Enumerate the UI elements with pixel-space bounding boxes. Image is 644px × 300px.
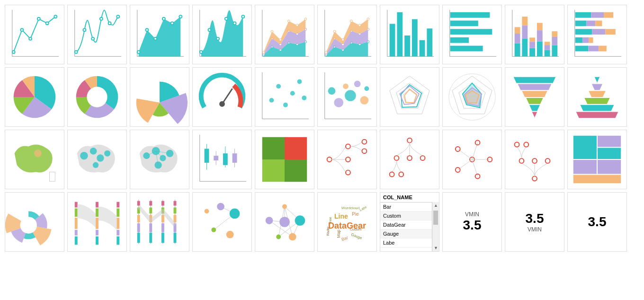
map-china-icon[interactable] xyxy=(5,130,64,189)
svg-point-69 xyxy=(350,20,352,22)
pyramid-chart-icon[interactable] xyxy=(567,67,627,127)
svg-rect-91 xyxy=(515,27,520,34)
svg-rect-110 xyxy=(591,12,604,18)
svg-point-14 xyxy=(108,22,111,25)
svg-rect-236 xyxy=(75,208,78,217)
area-stacked-smooth-icon[interactable] xyxy=(317,5,377,64)
svg-rect-230 xyxy=(598,136,621,147)
svg-point-228 xyxy=(524,142,528,147)
tree-radial-icon[interactable] xyxy=(442,130,502,189)
table-row[interactable]: Bar xyxy=(380,203,439,212)
tree-bt-icon[interactable] xyxy=(505,130,564,189)
svg-point-206 xyxy=(407,138,412,143)
bubble-chart-icon[interactable] xyxy=(317,67,377,127)
svg-rect-85 xyxy=(450,37,469,43)
svg-rect-246 xyxy=(116,208,119,217)
svg-point-50 xyxy=(296,24,298,26)
area-chart-icon[interactable] xyxy=(130,5,189,64)
svg-point-276 xyxy=(205,209,209,213)
candlestick-icon[interactable] xyxy=(192,130,252,189)
radar-filled-icon[interactable] xyxy=(442,67,502,127)
map-scatter-icon[interactable] xyxy=(67,130,127,189)
svg-rect-101 xyxy=(545,50,550,56)
svg-rect-75 xyxy=(397,12,402,56)
gauge-chart-icon[interactable] xyxy=(192,67,252,127)
svg-marker-157 xyxy=(514,77,556,83)
svg-point-68 xyxy=(342,39,344,41)
funnel-chart-icon[interactable] xyxy=(505,67,564,127)
svg-rect-197 xyxy=(285,137,307,159)
svg-point-201 xyxy=(346,144,350,149)
label-num-icon[interactable]: 3.5VMIN xyxy=(505,192,564,252)
svg-point-124 xyxy=(87,87,107,107)
sankey-icon[interactable] xyxy=(67,192,127,252)
pie-chart-icon[interactable] xyxy=(5,67,64,127)
graph-icon[interactable] xyxy=(192,192,252,252)
hbar-stacked-icon[interactable] xyxy=(567,5,627,64)
svg-line-126 xyxy=(222,88,233,104)
treemap-icon[interactable] xyxy=(567,130,627,189)
radar-chart-icon[interactable] xyxy=(380,67,439,127)
svg-point-225 xyxy=(532,159,537,163)
svg-point-67 xyxy=(333,30,336,33)
svg-rect-97 xyxy=(529,37,535,42)
svg-point-174 xyxy=(104,150,110,157)
table-row[interactable]: Gauge xyxy=(380,229,439,238)
svg-point-227 xyxy=(515,142,519,147)
svg-rect-254 xyxy=(137,223,140,232)
svg-rect-92 xyxy=(522,39,528,56)
svg-point-291 xyxy=(295,215,305,226)
graph-force-icon[interactable] xyxy=(255,192,314,252)
svg-rect-77 xyxy=(412,19,418,57)
label-vmin-icon[interactable]: VMIN3.5 xyxy=(442,192,502,252)
label-plain-icon[interactable]: 3.5 xyxy=(567,192,627,252)
heatmap-icon[interactable] xyxy=(255,130,314,189)
svg-rect-266 xyxy=(161,223,164,232)
svg-point-181 xyxy=(143,152,150,159)
svg-point-49 xyxy=(287,20,290,22)
data-table: BarCustomDataGearGaugeLabe xyxy=(380,203,439,247)
svg-rect-260 xyxy=(149,223,152,232)
wordcloud-icon[interactable]: Wordcloud Pie Line Labe Tree DataGear Cu… xyxy=(317,192,377,252)
svg-point-10 xyxy=(75,51,78,53)
area-stacked-icon[interactable] xyxy=(255,5,314,64)
svg-point-23 xyxy=(179,15,182,18)
table-row[interactable]: Custom xyxy=(380,212,439,221)
scrollbar[interactable]: ▲▼ xyxy=(432,202,439,251)
svg-rect-94 xyxy=(522,17,528,26)
table-row[interactable]: Labe xyxy=(380,238,439,247)
svg-point-20 xyxy=(154,37,157,40)
hbar-chart-icon[interactable] xyxy=(442,5,502,64)
svg-marker-167 xyxy=(581,105,614,111)
svg-rect-119 xyxy=(582,37,589,43)
line-smooth-icon[interactable] xyxy=(67,5,127,64)
area-smooth-icon[interactable] xyxy=(192,5,252,64)
table-row[interactable]: DataGear xyxy=(380,221,439,229)
svg-rect-123 xyxy=(599,46,607,52)
bar-stacked-icon[interactable] xyxy=(505,5,564,64)
svg-point-18 xyxy=(137,51,140,53)
svg-point-205 xyxy=(362,149,367,153)
svg-point-290 xyxy=(266,217,273,224)
svg-rect-233 xyxy=(573,175,621,183)
map-lines-icon[interactable] xyxy=(130,130,189,189)
svg-point-134 xyxy=(302,96,306,100)
svg-point-292 xyxy=(276,235,281,239)
svg-point-2 xyxy=(12,51,15,53)
sunburst-icon[interactable] xyxy=(5,192,64,252)
table-icon[interactable]: COL_NAME BarCustomDataGearGaugeLabe ▲▼ xyxy=(380,192,439,252)
label-display: VMIN3.5 xyxy=(463,211,482,233)
tree-tb-icon[interactable] xyxy=(380,130,439,189)
svg-rect-265 xyxy=(161,215,164,222)
bar-chart-icon[interactable] xyxy=(380,5,439,64)
parallel-icon[interactable] xyxy=(130,192,189,252)
tree-lr-icon[interactable] xyxy=(317,130,377,189)
scatter-chart-icon[interactable] xyxy=(255,67,314,127)
rose-chart-icon[interactable] xyxy=(130,67,189,127)
svg-point-226 xyxy=(546,159,550,163)
line-chart-icon[interactable] xyxy=(5,5,64,64)
svg-point-21 xyxy=(162,18,165,20)
donut-chart-icon[interactable] xyxy=(67,67,127,127)
svg-point-29 xyxy=(225,18,228,20)
svg-point-47 xyxy=(271,30,273,33)
